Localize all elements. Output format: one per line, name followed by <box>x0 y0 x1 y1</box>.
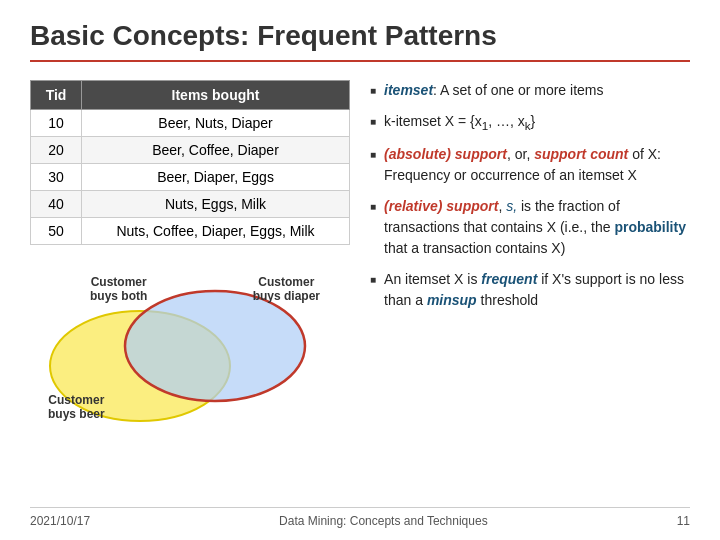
cell-items: Nuts, Coffee, Diaper, Eggs, Milk <box>82 218 350 245</box>
bullet-relative-support: (relative) support, s, is the fraction o… <box>370 196 690 259</box>
bullet-frequent: An itemset X is frequent if X's support … <box>370 269 690 311</box>
cell-items: Beer, Coffee, Diaper <box>82 137 350 164</box>
items-table: Tid Items bought 10Beer, Nuts, Diaper20B… <box>30 80 350 245</box>
bullet-list: itemset: A set of one or more items k-it… <box>370 80 690 311</box>
cell-items: Beer, Nuts, Diaper <box>82 110 350 137</box>
cell-items: Beer, Diaper, Eggs <box>82 164 350 191</box>
footer: 2021/10/17 Data Mining: Concepts and Tec… <box>30 507 690 528</box>
cell-tid: 20 <box>31 137 82 164</box>
bullet-itemset: itemset: A set of one or more items <box>370 80 690 101</box>
venn-diagram: Customerbuys both Customerbuys diaper Cu… <box>30 261 330 431</box>
title-divider <box>30 60 690 62</box>
table-row: 10Beer, Nuts, Diaper <box>31 110 350 137</box>
slide: Basic Concepts: Frequent Patterns Tid It… <box>0 0 720 540</box>
footer-source: Data Mining: Concepts and Techniques <box>279 514 488 528</box>
table-row: 30Beer, Diaper, Eggs <box>31 164 350 191</box>
svg-point-1 <box>125 291 305 401</box>
venn-label-both: Customerbuys both <box>90 275 147 303</box>
table-row: 50Nuts, Coffee, Diaper, Eggs, Milk <box>31 218 350 245</box>
right-panel: itemset: A set of one or more items k-it… <box>370 80 690 431</box>
table-row: 40Nuts, Eggs, Milk <box>31 191 350 218</box>
content-area: Tid Items bought 10Beer, Nuts, Diaper20B… <box>30 80 690 431</box>
cell-items: Nuts, Eggs, Milk <box>82 191 350 218</box>
table-row: 20Beer, Coffee, Diaper <box>31 137 350 164</box>
footer-page: 11 <box>677 514 690 528</box>
cell-tid: 10 <box>31 110 82 137</box>
cell-tid: 40 <box>31 191 82 218</box>
col-items-header: Items bought <box>82 81 350 110</box>
page-title: Basic Concepts: Frequent Patterns <box>30 20 690 52</box>
col-tid-header: Tid <box>31 81 82 110</box>
venn-label-diaper: Customerbuys diaper <box>253 275 320 303</box>
footer-date: 2021/10/17 <box>30 514 90 528</box>
cell-tid: 50 <box>31 218 82 245</box>
venn-label-beer: Customerbuys beer <box>48 393 105 421</box>
left-panel: Tid Items bought 10Beer, Nuts, Diaper20B… <box>30 80 350 431</box>
bullet-absolute-support: (absolute) support, or, support count of… <box>370 144 690 186</box>
cell-tid: 30 <box>31 164 82 191</box>
bullet-k-itemset: k-itemset X = {x1, …, xk} <box>370 111 690 134</box>
